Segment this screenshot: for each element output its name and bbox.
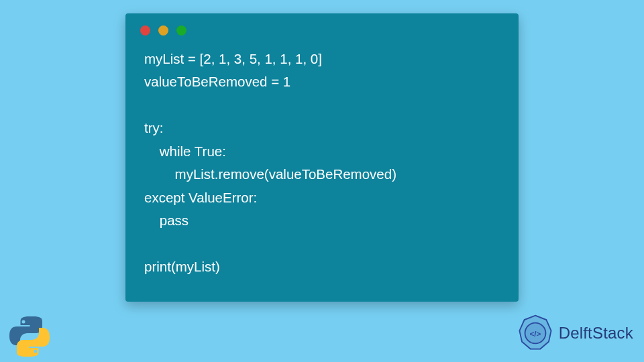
window-close-icon	[140, 25, 150, 36]
code-block: myList = [2, 1, 3, 5, 1, 1, 1, 0] valueT…	[125, 41, 519, 292]
delftstack-brand: </> DelftStack	[516, 314, 633, 353]
delftstack-badge-icon: </>	[516, 314, 555, 353]
window-minimize-icon	[158, 25, 168, 36]
python-logo-icon	[8, 315, 51, 358]
window-traffic-lights	[125, 13, 519, 41]
delftstack-label: DelftStack	[559, 324, 633, 343]
svg-text:</>: </>	[529, 329, 541, 338]
window-maximize-icon	[176, 25, 186, 36]
code-window: myList = [2, 1, 3, 5, 1, 1, 1, 0] valueT…	[125, 13, 519, 302]
